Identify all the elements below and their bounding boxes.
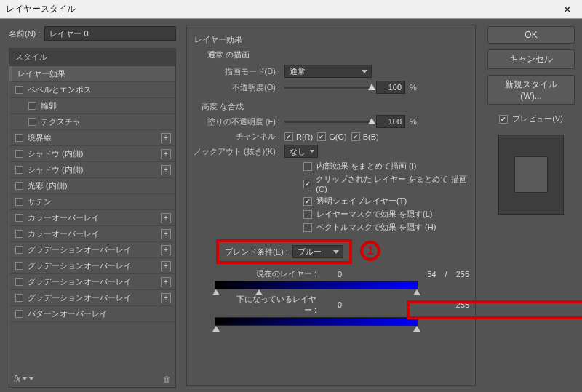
- style-item[interactable]: グラデーションオーバーレイ+: [9, 274, 175, 290]
- current-slash: /: [445, 270, 447, 279]
- style-checkbox[interactable]: [15, 246, 23, 254]
- adv-checkbox[interactable]: [303, 197, 312, 206]
- add-effect-icon[interactable]: +: [161, 277, 171, 287]
- under-low: 0: [325, 300, 354, 309]
- fx-icon[interactable]: fx: [14, 374, 33, 384]
- style-item[interactable]: 境界線+: [9, 130, 175, 146]
- adv-check-label: クリップされた レイヤー をまとめて 描画 (C): [316, 174, 469, 193]
- normal-draw-label: 通常 の描画: [207, 49, 469, 60]
- grad-stop-black-high[interactable]: [255, 289, 263, 295]
- channel-r-label: R(R): [296, 132, 313, 141]
- advanced-title: 高度 な合成: [202, 101, 469, 112]
- under-layer-label: 下になっているレイヤー :: [236, 294, 316, 316]
- style-item[interactable]: テクスチャ: [9, 114, 175, 130]
- style-item[interactable]: サテン: [9, 194, 175, 210]
- style-label: グラデーションオーバーレイ: [28, 292, 132, 303]
- close-icon[interactable]: ✕: [559, 2, 576, 17]
- style-label: カラーオーバーレイ: [28, 212, 100, 223]
- knockout-label: ノックアウト (抜き)(K) :: [193, 146, 280, 157]
- name-label: 名前(N) :: [9, 28, 40, 39]
- add-effect-icon[interactable]: +: [161, 293, 171, 303]
- style-label: グラデーションオーバーレイ: [28, 260, 132, 271]
- style-checkbox[interactable]: [15, 134, 23, 142]
- style-item[interactable]: 輪郭: [9, 98, 175, 114]
- effects-section-title: レイヤー効果: [194, 34, 469, 45]
- current-layer-gradient[interactable]: [215, 281, 418, 289]
- style-checkbox[interactable]: [28, 118, 36, 126]
- add-effect-icon[interactable]: +: [161, 133, 171, 143]
- fill-opacity-slider[interactable]: [284, 121, 372, 123]
- style-label: 光彩 (内側): [28, 180, 67, 191]
- new-style-button[interactable]: 新規スタイル(W)...: [487, 75, 575, 105]
- styles-header: スタイル: [9, 49, 175, 66]
- grad-stop-black-low[interactable]: [212, 289, 220, 295]
- style-item[interactable]: 光彩 (内側): [9, 178, 175, 194]
- preview-thumbnail: [498, 135, 564, 215]
- channel-b-checkbox[interactable]: [351, 132, 360, 141]
- adv-check-label: 内部効果 をまとめて描画 (I): [316, 161, 417, 172]
- style-label: テクスチャ: [41, 116, 81, 127]
- fx-arrow-icon: [23, 377, 27, 380]
- style-checkbox[interactable]: [15, 150, 23, 158]
- adv-checkbox[interactable]: [303, 180, 311, 188]
- opacity-pct: %: [410, 83, 417, 92]
- trash-icon[interactable]: 🗑: [163, 375, 171, 383]
- style-label: グラデーションオーバーレイ: [28, 244, 132, 255]
- style-checkbox[interactable]: [15, 310, 23, 318]
- fx-arrow-icon2: [29, 377, 33, 380]
- style-item[interactable]: シャドウ (内側)+: [9, 146, 175, 162]
- add-effect-icon[interactable]: +: [161, 229, 171, 239]
- blend-if-dropdown[interactable]: ブルー: [292, 245, 343, 258]
- style-item[interactable]: グラデーションオーバーレイ+: [9, 258, 175, 274]
- style-checkbox[interactable]: [15, 230, 23, 238]
- style-checkbox[interactable]: [28, 102, 36, 110]
- add-effect-icon[interactable]: +: [161, 149, 171, 159]
- channel-g-checkbox[interactable]: [317, 132, 326, 141]
- blend-mode-dropdown[interactable]: 通常: [284, 65, 372, 78]
- add-effect-icon[interactable]: +: [161, 245, 171, 255]
- style-checkbox[interactable]: [15, 214, 23, 222]
- opacity-slider[interactable]: [284, 87, 372, 89]
- opacity-label: 不透明度(O) :: [193, 82, 280, 93]
- style-checkbox[interactable]: [15, 294, 23, 302]
- fill-opacity-pct: %: [410, 117, 417, 126]
- current-layer-label: 現在のレイヤー :: [236, 268, 316, 279]
- layer-name-input[interactable]: [44, 26, 176, 41]
- style-item[interactable]: カラーオーバーレイ+: [9, 226, 175, 242]
- channel-g-label: G(G): [329, 132, 346, 141]
- adv-checkbox[interactable]: [303, 223, 312, 232]
- adv-check-label: 透明シェイプレイヤー(T): [316, 196, 407, 207]
- style-checkbox[interactable]: [15, 278, 23, 286]
- under-layer-gradient[interactable]: [215, 317, 418, 326]
- style-item[interactable]: グラデーションオーバーレイ+: [9, 242, 175, 258]
- style-checkbox[interactable]: [15, 166, 23, 174]
- preview-label: プレビュー(V): [512, 113, 563, 124]
- under-stop-low[interactable]: [212, 326, 220, 332]
- adv-checkbox[interactable]: [303, 210, 312, 219]
- style-item[interactable]: パターンオーバーレイ: [9, 306, 175, 322]
- add-effect-icon[interactable]: +: [161, 261, 171, 271]
- add-effect-icon[interactable]: +: [161, 165, 171, 175]
- current-high: 54: [427, 270, 436, 279]
- style-item[interactable]: カラーオーバーレイ+: [9, 210, 175, 226]
- opacity-value[interactable]: [376, 81, 405, 94]
- preview-checkbox[interactable]: [499, 115, 508, 124]
- style-checkbox[interactable]: [15, 198, 23, 206]
- grad-stop-white-high[interactable]: [413, 289, 420, 295]
- style-item[interactable]: ベベルとエンボス: [9, 82, 175, 98]
- style-checkbox[interactable]: [15, 86, 23, 94]
- window-title: レイヤースタイル: [6, 3, 76, 15]
- ok-button[interactable]: OK: [487, 26, 575, 44]
- style-item[interactable]: グラデーションオーバーレイ+: [9, 290, 175, 306]
- knockout-dropdown[interactable]: なし: [284, 145, 318, 158]
- style-item[interactable]: シャドウ (内側)+: [9, 162, 175, 178]
- add-effect-icon[interactable]: +: [161, 213, 171, 223]
- style-checkbox[interactable]: [15, 262, 23, 270]
- cancel-button[interactable]: キャンセル: [487, 49, 575, 69]
- fill-opacity-value[interactable]: [376, 115, 405, 128]
- adv-checkbox[interactable]: [303, 162, 312, 171]
- style-item[interactable]: レイヤー効果: [9, 66, 175, 82]
- style-checkbox[interactable]: [15, 182, 23, 190]
- channel-r-checkbox[interactable]: [284, 132, 293, 141]
- under-stop-high[interactable]: [413, 326, 420, 332]
